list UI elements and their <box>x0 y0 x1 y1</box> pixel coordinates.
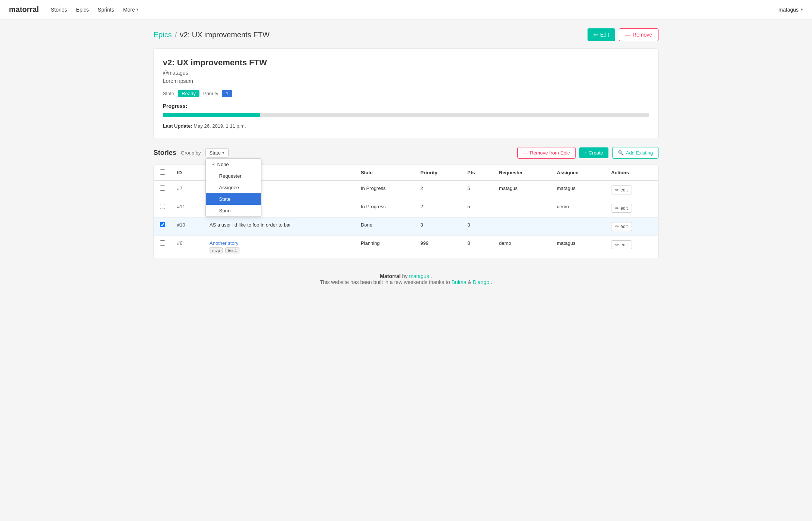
row-id: #7 <box>171 181 204 199</box>
row-requester <box>493 218 551 236</box>
dropdown-item-state[interactable]: State <box>206 193 261 205</box>
epic-title: v2: UX improvements FTW <box>163 58 649 68</box>
dropdown-sprint-label: Sprint <box>219 208 232 213</box>
dropdown-current-value: State <box>210 150 221 156</box>
epic-card: v2: UX improvements FTW @matagus Lorem i… <box>154 49 658 138</box>
remove-icon: — <box>625 32 630 38</box>
table-row: #10 AS a user I'd like to foo in order t… <box>154 218 658 236</box>
brand-logo[interactable]: matorral <box>9 5 39 14</box>
col-actions: Actions <box>605 165 658 181</box>
create-button[interactable]: + Create <box>579 147 608 158</box>
dropdown-item-assignee[interactable]: Assignee <box>206 182 261 193</box>
footer-author-link[interactable]: matagus <box>409 273 429 279</box>
dropdown-trigger[interactable]: State ▾ <box>205 148 229 157</box>
progress-label: Progress: <box>163 103 649 109</box>
edit-icon-small: ✏ <box>615 242 619 247</box>
col-state: State <box>355 165 415 181</box>
stories-section-title: Stories <box>154 149 176 157</box>
stories-actions: — Remove from Epic + Create 🔍 Add Existi… <box>517 147 658 159</box>
row-checkbox[interactable] <box>160 240 165 246</box>
remove-button[interactable]: — Remove <box>619 28 658 41</box>
add-existing-label: Add Existing <box>626 150 653 156</box>
last-update: Last Update: May 26, 2019, 1:11 p.m. <box>163 123 649 129</box>
row-edit-button[interactable]: ✏ edit <box>611 185 632 194</box>
dropdown-none-label: None <box>217 162 229 167</box>
edit-label: Edit <box>600 32 609 38</box>
row-checkbox-cell <box>154 236 171 258</box>
tag-test1: test1 <box>225 247 239 253</box>
nav-epics[interactable]: Epics <box>76 7 89 13</box>
row-assignee: demo <box>551 199 605 218</box>
row-title-text: AS a user I'd like to foo in order to ba… <box>210 222 291 228</box>
footer: Matorral by matagus . This website has b… <box>154 258 658 300</box>
row-pts: 5 <box>461 199 493 218</box>
col-priority: Priority <box>415 165 462 181</box>
row-checkbox[interactable] <box>160 204 165 209</box>
row-actions: ✏ edit <box>605 199 658 218</box>
row-checkbox[interactable] <box>160 185 165 191</box>
last-update-label: Last Update: <box>163 123 192 129</box>
edit-icon-small: ✏ <box>615 187 619 193</box>
dropdown-item-requester[interactable]: Requester <box>206 170 261 182</box>
add-existing-button[interactable]: 🔍 Add Existing <box>612 147 658 159</box>
col-pts: Pts <box>461 165 493 181</box>
row-assignee: matagus <box>551 236 605 258</box>
remove-from-epic-button[interactable]: — Remove from Epic <box>517 147 576 159</box>
nav-more[interactable]: More ▾ <box>123 7 139 13</box>
row-state: In Progress <box>355 181 415 199</box>
row-edit-button[interactable]: ✏ edit <box>611 222 632 231</box>
row-checkbox-cell <box>154 199 171 218</box>
breadcrumb-actions: ✏ Edit — Remove <box>588 28 658 41</box>
row-assignee: matagus <box>551 181 605 199</box>
search-icon: 🔍 <box>618 150 624 156</box>
col-assignee: Assignee <box>551 165 605 181</box>
row-id: #11 <box>171 199 204 218</box>
footer-period: . <box>431 273 432 279</box>
dropdown-assignee-label: Assignee <box>219 185 239 190</box>
edit-icon: ✏ <box>593 32 598 38</box>
nav-stories[interactable]: Stories <box>51 7 67 13</box>
row-requester: matagus <box>493 181 551 199</box>
row-checkbox-cell <box>154 181 171 199</box>
row-edit-button[interactable]: ✏ edit <box>611 204 632 213</box>
edit-icon-small: ✏ <box>615 206 619 211</box>
footer-end: . <box>491 279 492 285</box>
main-content: Epics / v2: UX improvements FTW ✏ Edit —… <box>145 19 667 309</box>
dropdown-item-sprint[interactable]: Sprint <box>206 205 261 216</box>
user-menu[interactable]: matagus ▾ <box>778 7 803 13</box>
breadcrumb: Epics / v2: UX improvements FTW ✏ Edit —… <box>154 28 658 41</box>
row-pts: 8 <box>461 236 493 258</box>
footer-bulma-link[interactable]: Bulma <box>452 279 467 285</box>
chevron-down-icon: ▾ <box>136 7 139 12</box>
row-checkbox-cell <box>154 218 171 236</box>
stories-header: Stories Group by State ▾ ✓ None Requeste… <box>154 147 658 159</box>
row-checkbox[interactable] <box>160 222 165 227</box>
footer-brand: Matorral <box>380 273 400 279</box>
select-all-checkbox[interactable] <box>160 169 165 175</box>
tag-mvp: mvp <box>210 247 223 253</box>
epic-author: @matagus <box>163 70 649 76</box>
breadcrumb-epics-link[interactable]: Epics <box>154 31 172 39</box>
row-id: #6 <box>171 236 204 258</box>
state-badge: Ready <box>178 90 199 97</box>
dropdown-item-none[interactable]: ✓ None <box>206 159 261 170</box>
group-by-dropdown[interactable]: State ▾ ✓ None Requester Assignee <box>205 148 229 157</box>
row-actions: ✏ edit <box>605 218 658 236</box>
breadcrumb-page-title: v2: UX improvements FTW <box>180 31 269 39</box>
group-by-label: Group by <box>181 150 201 156</box>
priority-badge: 1 <box>222 90 232 97</box>
row-state: Planning <box>355 236 415 258</box>
remove-from-epic-label: Remove from Epic <box>530 150 570 156</box>
footer-by: by <box>402 273 409 279</box>
row-assignee <box>551 218 605 236</box>
row-priority: 2 <box>415 199 462 218</box>
col-requester: Requester <box>493 165 551 181</box>
dropdown-requester-label: Requester <box>219 173 242 179</box>
footer-django-link[interactable]: Django <box>473 279 489 285</box>
edit-button[interactable]: ✏ Edit <box>588 28 615 41</box>
nav-sprints[interactable]: Sprints <box>98 7 114 13</box>
epic-description: Lorem ipsum <box>163 78 649 84</box>
breadcrumb-separator: / <box>175 31 177 39</box>
row-edit-button[interactable]: ✏ edit <box>611 240 632 249</box>
row-title-link[interactable]: Another story <box>210 240 238 246</box>
